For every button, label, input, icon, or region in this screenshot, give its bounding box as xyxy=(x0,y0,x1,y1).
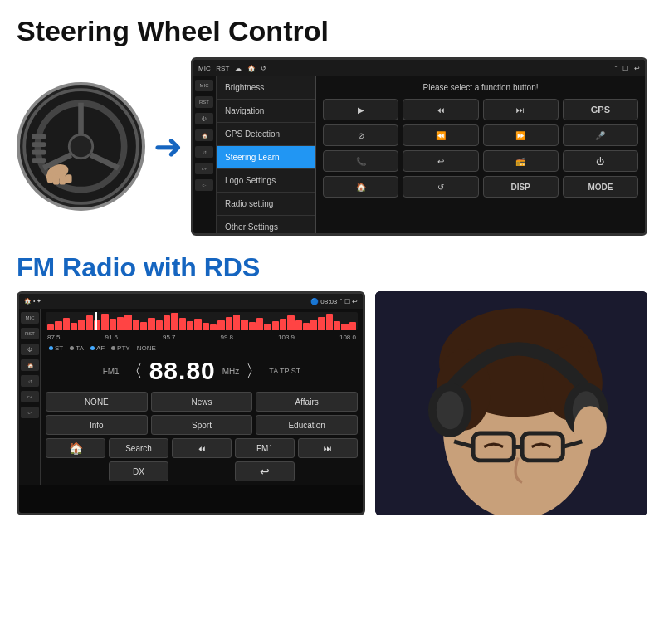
radio-vol-up[interactable]: c+ xyxy=(21,391,39,402)
menu-other-settings[interactable]: Other Settings xyxy=(217,216,315,236)
menu-gps-detection[interactable]: GPS Detection xyxy=(217,123,315,146)
menu-steering-learn[interactable]: Steering Learn xyxy=(217,146,315,169)
screen-unit-top: MIC RST ☁ 🏠 ↺ ˄ ☐ ↩ MIC RST ⏻ 🏠 ↺ c+ c- xyxy=(191,57,647,236)
preset-none[interactable]: NONE xyxy=(46,392,148,412)
person-headphones-image xyxy=(375,291,647,515)
radio-main-content: 87.5 91.6 95.7 99.8 103.9 108.0 ST TA AF… xyxy=(41,309,363,485)
svg-rect-9 xyxy=(32,158,46,163)
preset-grid: NONE News Affairs Info Sport Education xyxy=(46,392,358,435)
menu-logo-settings[interactable]: Logo Settings xyxy=(217,169,315,193)
preset-sport[interactable]: Sport xyxy=(151,415,253,435)
radio-home-btn[interactable]: 🏠 xyxy=(21,359,39,371)
ctrl-next[interactable]: ⏭ xyxy=(298,438,358,458)
radio-bottom-controls-2: DX ↩ xyxy=(46,461,358,481)
svg-rect-7 xyxy=(32,142,46,147)
function-prompt: Please select a function button! xyxy=(323,83,638,92)
svg-point-25 xyxy=(437,391,464,429)
steering-wheel-image xyxy=(17,82,145,211)
phone-btn[interactable]: 📞 xyxy=(323,150,398,172)
spectrum-needle xyxy=(95,312,97,330)
screen-nav-icons: ˄ ☐ ↩ xyxy=(614,65,640,72)
mic-btn[interactable]: MIC xyxy=(195,80,213,91)
svg-point-2 xyxy=(69,134,92,158)
radio-left-sidebar: MIC RST ⏻ 🏠 ↺ c+ c- xyxy=(19,309,41,485)
spectrum-bar xyxy=(46,312,358,330)
home-func-btn[interactable]: 🏠 xyxy=(323,176,398,198)
rst-btn[interactable]: RST xyxy=(195,96,213,108)
radio-indicators: ST TA AF PTY NONE xyxy=(46,344,358,352)
mute-btn[interactable]: ⊘ xyxy=(323,124,398,146)
preset-news[interactable]: News xyxy=(151,392,253,412)
svg-rect-13 xyxy=(59,174,66,184)
menu-radio-setting[interactable]: Radio setting xyxy=(217,193,315,216)
preset-info[interactable]: Info xyxy=(46,415,148,435)
freq-label-3: 99.8 xyxy=(221,334,234,341)
fm-label: FM1 xyxy=(103,367,120,376)
svg-rect-6 xyxy=(32,134,46,139)
mode-btn[interactable]: MODE xyxy=(563,176,638,198)
right-function-panel: Please select a function button! ▶ ⏮ ⏭ G… xyxy=(316,76,645,233)
person-svg xyxy=(375,291,647,515)
freq-right-arrow[interactable]: 〉 xyxy=(246,360,262,383)
freq-main: 88.80 xyxy=(149,357,216,385)
radio-mic-btn[interactable]: MIC xyxy=(21,312,39,324)
ctrl-home[interactable]: 🏠 xyxy=(46,438,105,458)
freq-left-arrow[interactable]: 〈 xyxy=(126,360,143,383)
disp-btn[interactable]: DISP xyxy=(483,176,559,198)
mic-func-btn[interactable]: 🎤 xyxy=(563,124,638,146)
steering-wheel-svg xyxy=(20,82,142,211)
ctrl-dx[interactable]: DX xyxy=(109,461,168,481)
radio-bottom-controls: 🏠 Search ⏮ FM1 ⏭ xyxy=(46,438,358,458)
top-title: Steering Wheel Control xyxy=(17,15,647,47)
indicator-none: NONE xyxy=(137,344,156,352)
menu-navigation[interactable]: Navigation xyxy=(217,100,315,123)
ctrl-fm1[interactable]: FM1 xyxy=(235,438,295,458)
radio-back-btn[interactable]: ↺ xyxy=(21,375,39,387)
vol-down-btn[interactable]: c- xyxy=(195,179,213,191)
preset-education[interactable]: Education xyxy=(256,415,358,435)
power-func-btn[interactable]: ⏻ xyxy=(563,150,638,172)
radio-unit: 🏠 • ✦ 🔵 08:03 ˄ ☐ ↩ MIC RST ⏻ 🏠 ↺ c+ c- xyxy=(17,291,365,515)
top-section: Steering Wheel Control xyxy=(0,0,664,244)
bottom-section: FM Radio with RDS 🏠 • ✦ 🔵 08:03 ˄ ☐ ↩ MI… xyxy=(0,244,664,524)
radio-btn[interactable]: 📻 xyxy=(483,150,559,172)
top-content: ➜ MIC RST ☁ 🏠 ↺ ˄ ☐ ↩ MIC RST ⏻ 🏠 ↺ c+ c… xyxy=(17,57,647,236)
return-btn[interactable]: ↩ xyxy=(403,150,478,172)
freq-display: FM1 〈 88.80 MHz 〉 TA TP ST xyxy=(46,357,358,385)
rew-btn[interactable]: ⏪ xyxy=(403,124,478,146)
undo-btn[interactable]: ↺ xyxy=(403,176,478,198)
gps-btn[interactable]: GPS xyxy=(563,99,638,120)
screen-body: MIC RST ⏻ 🏠 ↺ c+ c- Brightness Navigatio… xyxy=(193,76,645,233)
radio-top-bar: 🏠 • ✦ 🔵 08:03 ˄ ☐ ↩ xyxy=(19,294,363,309)
power-btn[interactable]: ⏻ xyxy=(195,113,213,124)
indicator-af: AF xyxy=(90,344,105,352)
preset-affairs[interactable]: Affairs xyxy=(256,392,358,412)
left-sidebar: MIC RST ⏻ 🏠 ↺ c+ c- xyxy=(193,76,217,233)
blue-arrow-icon: ➜ xyxy=(154,129,183,164)
next-btn[interactable]: ⏭ xyxy=(483,99,559,120)
ctrl-prev[interactable]: ⏮ xyxy=(172,438,232,458)
menu-brightness[interactable]: Brightness xyxy=(217,76,315,100)
play-btn[interactable]: ▶ xyxy=(323,99,398,120)
function-button-grid: ▶ ⏮ ⏭ GPS ⊘ ⏪ ⏩ 🎤 📞 ↩ 📻 ⏻ 🏠 ↺ xyxy=(323,99,638,198)
svg-rect-14 xyxy=(66,174,72,183)
radio-body: MIC RST ⏻ 🏠 ↺ c+ c- xyxy=(19,309,363,485)
home-btn[interactable]: 🏠 xyxy=(195,129,213,141)
back-btn[interactable]: ↺ xyxy=(195,146,213,158)
screen-top-bar-text: MIC RST ☁ 🏠 ↺ xyxy=(198,65,266,72)
svg-rect-8 xyxy=(32,150,46,155)
prev-btn[interactable]: ⏮ xyxy=(403,99,478,120)
freq-label-5: 108.0 xyxy=(339,334,356,341)
freq-label-4: 103.9 xyxy=(278,334,295,341)
radio-power-btn[interactable]: ⏻ xyxy=(21,344,39,355)
ctrl-search[interactable]: Search xyxy=(109,438,168,458)
vol-up-btn[interactable]: c+ xyxy=(195,163,213,174)
fwd-btn[interactable]: ⏩ xyxy=(483,124,559,146)
ctrl-back[interactable]: ↩ xyxy=(235,461,295,481)
radio-top-right: 🔵 08:03 ˄ ☐ ↩ xyxy=(310,298,358,305)
indicator-st: ST xyxy=(49,344,63,352)
radio-rst-btn[interactable]: RST xyxy=(21,328,39,339)
freq-side-info: TA TP ST xyxy=(269,367,300,375)
radio-vol-dn[interactable]: c- xyxy=(21,407,39,418)
freq-unit: MHz xyxy=(222,367,240,376)
